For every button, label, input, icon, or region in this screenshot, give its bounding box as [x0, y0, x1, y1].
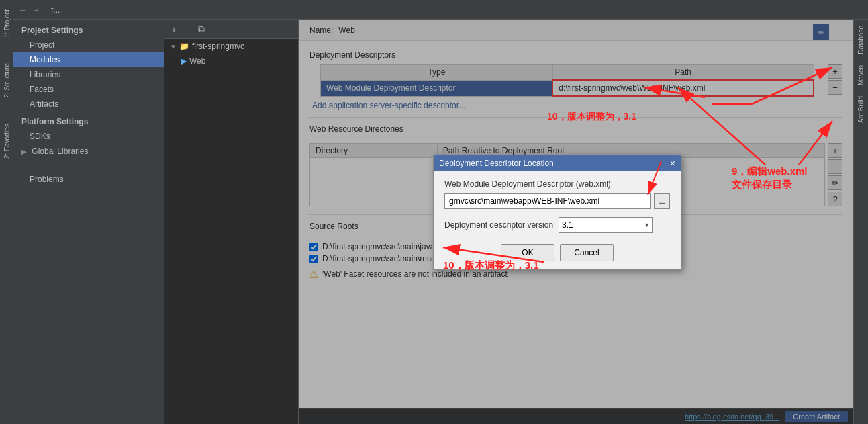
app-title: f... — [51, 5, 60, 15]
nav-back[interactable]: ← — [19, 5, 27, 15]
tree-toolbar: + − ⧉ — [164, 20, 298, 39]
modal-descriptor-input[interactable] — [444, 193, 651, 209]
modal-buttons: OK Cancel — [444, 244, 670, 261]
modal-ok-btn[interactable]: OK — [501, 244, 554, 261]
nav-forward[interactable]: → — [32, 5, 40, 15]
tree-root-label: first-springmvc — [192, 42, 244, 51]
deployment-descriptor-modal: Deployment Descriptor Location × Web Mod… — [433, 155, 681, 270]
modal-descriptor-label: Web Module Deployment Descriptor (web.xm… — [444, 179, 670, 189]
tree-root[interactable]: ▼ 📁 first-springmvc — [164, 39, 298, 54]
structure-tab[interactable]: 2: Structure — [2, 60, 12, 101]
maven-tab[interactable]: Maven — [855, 60, 867, 91]
project-tab[interactable]: 1: Project — [2, 7, 12, 40]
modal-version-label: Deployment descriptor version — [444, 220, 553, 230]
title-bar: ← → f... — [13, 0, 868, 20]
favorites-tab[interactable]: 2: Favorites — [2, 121, 12, 161]
tree-child-web[interactable]: ▶ Web — [164, 54, 298, 69]
modal-browse-btn[interactable]: ... — [654, 193, 670, 209]
sidebar-item-problems[interactable]: Problems — [13, 172, 164, 187]
version-select-wrapper: 3.1 3.0 2.5 — [559, 217, 653, 233]
modal-overlay: Deployment Descriptor Location × Web Mod… — [299, 20, 853, 424]
sidebar-item-global-libraries[interactable]: ▶ Global Libraries — [13, 144, 164, 159]
sidebar: Project Settings Project Modules Librari… — [13, 20, 164, 424]
sidebar-item-facets[interactable]: Facets — [13, 82, 164, 97]
sidebar-item-sdks[interactable]: SDKs — [13, 129, 164, 144]
content-area: Project Settings Project Modules Librari… — [13, 20, 868, 424]
left-vertical-tabs: 1: Project 2: Structure 2: Favorites — [0, 0, 13, 424]
modal-title-bar: Deployment Descriptor Location × — [434, 155, 681, 171]
annotation-10-text: 10，版本调整为，3.1 — [547, 111, 636, 123]
folder-icon: 📁 — [179, 42, 189, 51]
sidebar-item-artifacts[interactable]: Artifacts — [13, 97, 164, 112]
project-settings-title: Project Settings — [13, 20, 164, 38]
modal-body: Web Module Deployment Descriptor (web.xm… — [434, 171, 681, 269]
module-icon: ▶ — [181, 56, 187, 66]
tree-panel: + − ⧉ ▼ 📁 first-springmvc ▶ Web — [164, 20, 299, 424]
database-tab[interactable]: Database — [855, 20, 867, 60]
main-container: ← → f... Project Settings Project Module… — [13, 0, 868, 424]
modal-cancel-btn[interactable]: Cancel — [560, 244, 614, 261]
modal-title: Deployment Descriptor Location — [439, 159, 554, 168]
remove-module-btn[interactable]: − — [182, 23, 193, 36]
expand-icon: ▶ — [21, 148, 27, 155]
modal-close-btn[interactable]: × — [670, 158, 675, 169]
main-panel: Name: Web ✏ Deployment Descriptors Type … — [299, 20, 853, 424]
modal-version-row: Deployment descriptor version 3.1 3.0 2.… — [444, 217, 670, 233]
add-module-btn[interactable]: + — [168, 23, 179, 36]
modal-version-select[interactable]: 3.1 3.0 2.5 — [559, 217, 653, 233]
expand-arrow: ▼ — [170, 43, 177, 50]
platform-settings-title: Platform Settings — [13, 112, 164, 129]
copy-module-btn[interactable]: ⧉ — [195, 22, 207, 36]
modal-input-row: ... — [444, 193, 670, 209]
sidebar-item-modules[interactable]: Modules — [13, 52, 164, 67]
sidebar-item-libraries[interactable]: Libraries — [13, 67, 164, 82]
tree-child-label: Web — [189, 56, 205, 66]
right-panel-tabs: Database Maven Ant Build — [853, 20, 868, 424]
ant-build-tab[interactable]: Ant Build — [855, 91, 867, 128]
sidebar-item-project[interactable]: Project — [13, 38, 164, 52]
